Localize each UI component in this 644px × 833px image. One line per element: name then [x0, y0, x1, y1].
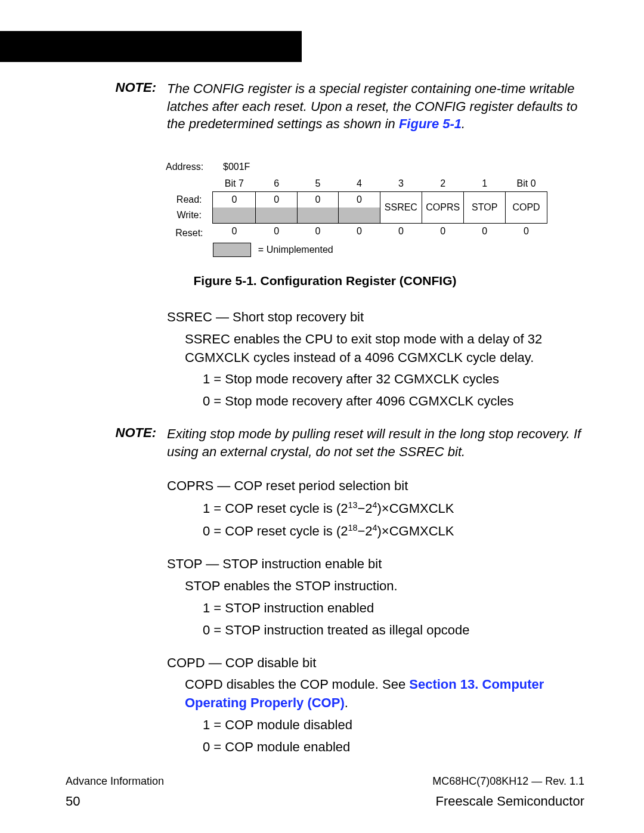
bit-cell: 0	[297, 192, 338, 208]
reset-label: Reset:	[166, 224, 213, 240]
footer-left: Advance Information	[66, 775, 164, 788]
bit-cell-unimpl	[213, 208, 256, 224]
note1-text-a: The CONFIG register is a special registe…	[167, 81, 577, 131]
ssrec-v1: 1 = Stop mode recovery after 32 CGMXCLK …	[203, 370, 584, 389]
stop-v1: 1 = STOP instruction enabled	[203, 599, 584, 618]
bit-cell: 0	[256, 192, 297, 208]
register-diagram: Address: $001F Bit 7 6 5 4 3 2 1 Bit 0	[166, 162, 547, 257]
note-2: NOTE: Exiting stop mode by pulling reset…	[66, 425, 584, 460]
ssrec-title: SSREC — Short stop recovery bit	[167, 308, 584, 327]
bit-header: Bit 7	[213, 176, 256, 192]
reset-value: 0	[256, 224, 297, 240]
note1-text-b: .	[462, 116, 465, 131]
copd-title: COPD — COP disable bit	[167, 654, 584, 673]
reset-value: 0	[464, 224, 506, 240]
reset-row: Reset: 0 0 0 0 0 0 0 0	[166, 224, 547, 240]
bit-cell-unimpl	[256, 208, 297, 224]
address-label: Address:	[166, 162, 219, 172]
stop-desc: STOP enables the STOP instruction.	[185, 577, 584, 596]
bit-header: 3	[380, 176, 422, 192]
copd-block: COPD — COP disable bit COPD disables the…	[167, 654, 584, 757]
note-1: NOTE: The CONFIG register is a special r…	[66, 80, 584, 133]
footer-right: MC68HC(7)08KH12 — Rev. 1.1	[432, 775, 584, 788]
ssrec-block: SSREC — Short stop recovery bit SSREC en…	[167, 308, 584, 411]
bit-cell: 0	[213, 192, 256, 208]
copd-v1: 1 = COP module disabled	[203, 716, 584, 735]
coprs-v0: 0 = COP reset cycle is (218−24)×CGMXCLK	[203, 522, 584, 541]
write-label: Write:	[166, 208, 213, 224]
reset-value: 0	[380, 224, 422, 240]
note-label: NOTE:	[66, 80, 167, 95]
page-number: 50	[66, 794, 80, 809]
coprs-v1: 1 = COP reset cycle is (213−24)×CGMXCLK	[203, 499, 584, 518]
legend-text: = Unimplemented	[256, 239, 380, 257]
bit-cell-unimpl	[339, 208, 380, 224]
bit-cell: COPD	[506, 192, 547, 224]
note1-figure-link[interactable]: Figure 5-1	[399, 116, 462, 131]
stop-block: STOP — STOP instruction enable bit STOP …	[167, 555, 584, 639]
note-text: The CONFIG register is a special registe…	[167, 80, 584, 133]
reset-value: 0	[297, 224, 338, 240]
footer-company: Freescale Semiconductor	[436, 794, 584, 809]
bit-cell: COPRS	[422, 192, 464, 224]
figure-caption: Figure 5-1. Configuration Register (CONF…	[66, 274, 584, 288]
address-value: $001F	[219, 162, 250, 172]
bit-header: 6	[256, 176, 297, 192]
bit-header-row: Bit 7 6 5 4 3 2 1 Bit 0	[166, 176, 547, 192]
bit-header: 5	[297, 176, 338, 192]
note-text: Exiting stop mode by pulling reset will …	[167, 425, 584, 460]
bit-cell: STOP	[464, 192, 506, 224]
bit-cell-unimpl	[297, 208, 338, 224]
bit-header: Bit 0	[506, 176, 547, 192]
reset-value: 0	[339, 224, 380, 240]
reset-value: 0	[506, 224, 547, 240]
copd-v0: 0 = COP module enabled	[203, 738, 584, 757]
header-blackbar	[0, 31, 302, 62]
stop-v0: 0 = STOP instruction treated as illegal …	[203, 621, 584, 640]
reset-value: 0	[213, 224, 256, 240]
bit-cell: 0	[339, 192, 380, 208]
stop-title: STOP — STOP instruction enable bit	[167, 555, 584, 574]
copd-desc: COPD disables the COP module. See Sectio…	[185, 676, 584, 713]
legend-row: = Unimplemented	[166, 239, 547, 257]
coprs-title: COPRS — COP reset period selection bit	[167, 477, 584, 496]
note-label: NOTE:	[66, 425, 167, 441]
bit-header: 2	[422, 176, 464, 192]
bit-header: 1	[464, 176, 506, 192]
read-row: Read: 0 0 0 0 SSREC COPRS STOP COPD	[166, 192, 547, 208]
coprs-block: COPRS — COP reset period selection bit 1…	[167, 477, 584, 541]
ssrec-v0: 0 = Stop mode recovery after 4096 CGMXCL…	[203, 392, 584, 411]
legend-swatch	[213, 243, 251, 257]
bit-header: 4	[339, 176, 380, 192]
page-footer: Advance Information MC68HC(7)08KH12 — Re…	[66, 775, 584, 809]
bit-cell: SSREC	[380, 192, 422, 224]
reset-value: 0	[422, 224, 464, 240]
ssrec-desc: SSREC enables the CPU to exit stop mode …	[185, 330, 584, 367]
read-label: Read:	[166, 192, 213, 208]
